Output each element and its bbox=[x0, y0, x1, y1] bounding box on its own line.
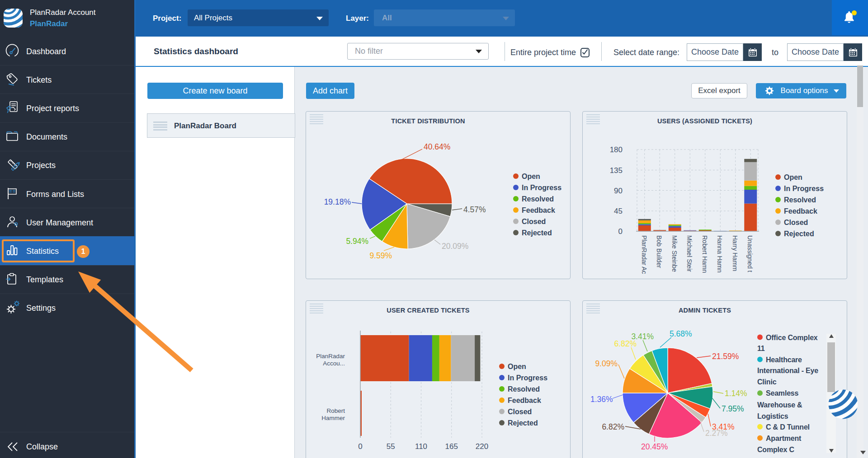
svg-text:Accou...: Accou... bbox=[323, 360, 345, 367]
svg-text:7.95%: 7.95% bbox=[722, 404, 744, 413]
svg-text:55: 55 bbox=[387, 442, 395, 451]
svg-text:165: 165 bbox=[445, 442, 458, 451]
svg-text:0: 0 bbox=[618, 227, 623, 236]
svg-text:3.41%: 3.41% bbox=[631, 332, 654, 341]
svg-text:Rejected: Rejected bbox=[784, 230, 814, 238]
svg-text:Robert: Robert bbox=[326, 407, 345, 414]
svg-text:Unassigned t: Unassigned t bbox=[746, 235, 754, 272]
svg-text:In Progress: In Progress bbox=[508, 374, 547, 382]
svg-text:1.36%: 1.36% bbox=[590, 395, 613, 404]
svg-text:PlanRadar: PlanRadar bbox=[316, 353, 345, 360]
svg-text:Resolved: Resolved bbox=[508, 385, 540, 393]
svg-text:220: 220 bbox=[476, 442, 488, 451]
svg-text:Healthcare: Healthcare bbox=[766, 356, 802, 364]
svg-text:Closed: Closed bbox=[784, 219, 808, 226]
svg-text:Open: Open bbox=[508, 363, 526, 370]
svg-text:11: 11 bbox=[757, 345, 765, 352]
svg-text:Office Complex: Office Complex bbox=[766, 334, 818, 341]
svg-text:Hanna Hamn: Hanna Hamn bbox=[716, 235, 723, 273]
svg-text:Rejected: Rejected bbox=[522, 229, 552, 237]
svg-text:Complex C: Complex C bbox=[757, 446, 794, 453]
svg-text:Apartment: Apartment bbox=[766, 435, 802, 442]
svg-text:Closed: Closed bbox=[508, 408, 532, 416]
svg-text:2.27%: 2.27% bbox=[705, 429, 728, 438]
svg-text:Warehouse &: Warehouse & bbox=[757, 401, 802, 409]
svg-text:Seamless: Seamless bbox=[766, 389, 799, 397]
svg-text:Open: Open bbox=[522, 173, 540, 180]
svg-text:19.18%: 19.18% bbox=[324, 197, 351, 206]
svg-text:Mike Steinbe: Mike Steinbe bbox=[671, 235, 678, 272]
svg-text:5.94%: 5.94% bbox=[346, 237, 368, 246]
svg-text:Bob Builder: Bob Builder bbox=[656, 235, 663, 268]
svg-text:In Progress: In Progress bbox=[784, 185, 824, 192]
svg-text:Rejected: Rejected bbox=[508, 419, 538, 427]
svg-text:Logistics: Logistics bbox=[757, 412, 788, 420]
svg-text:Harry Hamm: Harry Hamm bbox=[731, 235, 739, 271]
svg-text:135: 135 bbox=[610, 166, 623, 175]
svg-text:Resolved: Resolved bbox=[522, 195, 554, 203]
svg-text:180: 180 bbox=[610, 145, 623, 154]
svg-text:90: 90 bbox=[614, 187, 623, 195]
svg-text:0: 0 bbox=[358, 442, 362, 451]
svg-text:110: 110 bbox=[415, 442, 427, 451]
svg-text:Open: Open bbox=[784, 173, 802, 181]
svg-text:Hammer: Hammer bbox=[321, 415, 345, 421]
svg-text:4.57%: 4.57% bbox=[463, 205, 486, 214]
svg-text:20.09%: 20.09% bbox=[442, 242, 468, 251]
svg-text:9.59%: 9.59% bbox=[369, 251, 392, 260]
svg-text:C & D Tunnel: C & D Tunnel bbox=[766, 423, 810, 431]
svg-text:45: 45 bbox=[614, 207, 623, 215]
svg-text:In Progress: In Progress bbox=[522, 184, 561, 192]
svg-text:40.64%: 40.64% bbox=[424, 142, 450, 151]
svg-text:Feedback: Feedback bbox=[508, 397, 541, 404]
svg-text:Clinic: Clinic bbox=[757, 378, 777, 386]
svg-text:5.68%: 5.68% bbox=[670, 329, 692, 338]
svg-text:Closed: Closed bbox=[522, 218, 546, 225]
svg-text:Feedback: Feedback bbox=[522, 206, 555, 214]
svg-text:PlanRadar Ac: PlanRadar Ac bbox=[641, 235, 648, 274]
svg-text:Resolved: Resolved bbox=[784, 196, 816, 204]
svg-text:International - Eye: International - Eye bbox=[757, 367, 818, 374]
svg-text:Robert Hamn: Robert Hamn bbox=[701, 235, 708, 273]
svg-text:20.45%: 20.45% bbox=[641, 442, 668, 451]
svg-text:6.82%: 6.82% bbox=[602, 422, 624, 431]
svg-text:Michael Steir: Michael Steir bbox=[686, 235, 693, 272]
svg-text:1.14%: 1.14% bbox=[725, 389, 747, 398]
svg-text:9.09%: 9.09% bbox=[595, 359, 618, 368]
svg-text:Feedback: Feedback bbox=[784, 207, 817, 215]
svg-text:21.59%: 21.59% bbox=[712, 352, 739, 361]
